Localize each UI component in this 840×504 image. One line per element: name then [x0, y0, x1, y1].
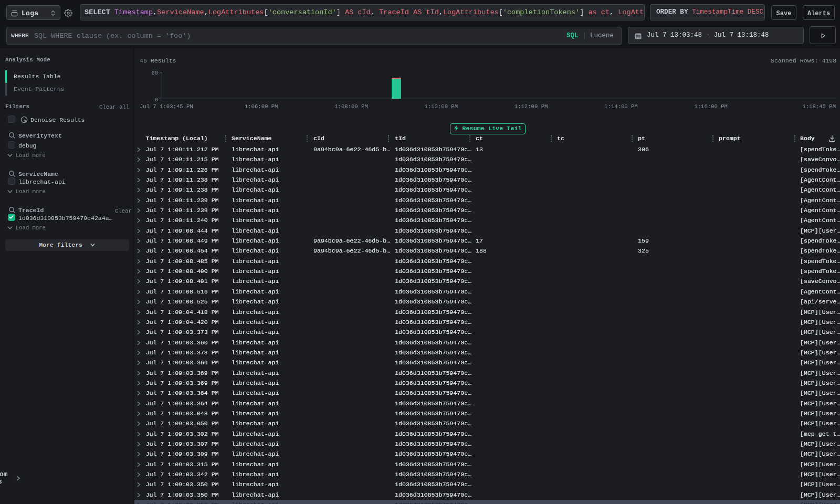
- svg-text:60: 60: [151, 70, 158, 76]
- svg-text:0: 0: [155, 97, 158, 103]
